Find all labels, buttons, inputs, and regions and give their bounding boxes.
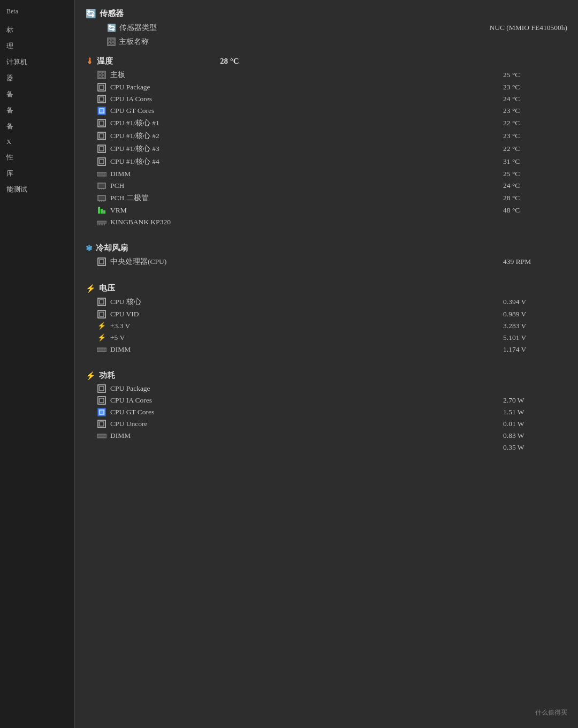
temp-core2-name: CPU #1/核心 #2 <box>110 131 503 141</box>
temp-pch-row: PCH 24 °C <box>86 180 567 192</box>
sidebar-item-bei2[interactable]: 备 <box>0 102 74 118</box>
pwr-cpu-uncore-icon <box>96 420 107 428</box>
svg-rect-64 <box>98 408 105 416</box>
temp-pch-icon <box>96 181 107 190</box>
volt-3v-value: 3.283 V <box>503 322 567 330</box>
sidebar-item-ku[interactable]: 库 <box>0 165 74 181</box>
svg-rect-62 <box>98 397 105 404</box>
temp-core3-value: 22 °C <box>503 145 567 153</box>
sidebar-item-bei3[interactable]: 备 <box>0 118 74 134</box>
volt-cpu-vid-icon <box>96 310 107 318</box>
sidebar-item-x[interactable]: X <box>0 134 74 149</box>
temp-vrm-row: VRM 48 °C <box>86 204 567 216</box>
svg-rect-73 <box>104 434 105 435</box>
sidebar-item-xing[interactable]: 性 <box>0 149 74 165</box>
svg-rect-47 <box>104 223 105 225</box>
sidebar-item-nengceshi[interactable]: 能测试 <box>0 181 74 198</box>
pwr-cpu-package-icon <box>96 384 107 393</box>
volt-dimm-row: DIMM 1.174 V <box>86 344 567 355</box>
temp-core2-icon <box>96 132 107 140</box>
temp-core1-icon <box>96 119 107 127</box>
svg-rect-25 <box>97 172 98 173</box>
pwr-dimm-value: 0.83 W <box>503 431 567 440</box>
temp-cpu-ia-row: CPU IA Cores 24 °C <box>86 93 567 105</box>
sidebar-item-bei1[interactable]: 备 <box>0 86 74 102</box>
temperature-header: 🌡 温度 28 °C <box>86 52 567 69</box>
svg-rect-56 <box>99 347 100 349</box>
svg-rect-18 <box>98 132 105 140</box>
temp-core2-row: CPU #1/核心 #2 23 °C <box>86 130 567 142</box>
sensor-icon: 🔄 <box>86 9 96 19</box>
temp-core3-name: CPU #1/核心 #3 <box>110 144 503 154</box>
svg-rect-9 <box>102 75 104 78</box>
svg-rect-48 <box>98 258 105 266</box>
temp-motherboard-row: 主板 25 °C <box>86 69 567 81</box>
watermark-text: 什么值得买 <box>535 709 567 716</box>
pwr-dimm-name: DIMM <box>110 431 503 440</box>
svg-rect-55 <box>97 347 98 349</box>
svg-rect-2 <box>112 39 114 41</box>
temp-cpu-package-row: CPU Package 23 °C <box>86 81 567 93</box>
svg-rect-59 <box>104 347 105 349</box>
svg-rect-11 <box>100 85 104 89</box>
svg-rect-4 <box>112 42 114 44</box>
pwr-cpu-gt-row: CPU GT Cores 1.51 W <box>86 406 567 418</box>
svg-rect-8 <box>99 75 101 78</box>
temp-pch-diode-value: 28 °C <box>503 194 567 202</box>
svg-rect-19 <box>100 134 104 138</box>
sensor-type-row: 🔄 传感器类型 NUC (MMIO FE410500h) <box>86 21 567 35</box>
voltage-header-label: 电压 <box>99 283 115 293</box>
pwr-cpu-package-row: CPU Package <box>86 383 567 395</box>
svg-rect-63 <box>100 398 104 403</box>
sidebar-item-li[interactable]: 理 <box>0 38 74 54</box>
watermark: 什么值得买 <box>535 708 567 717</box>
temp-core1-name: CPU #1/核心 #1 <box>110 118 503 128</box>
volt-5v-value: 5.101 V <box>503 333 567 342</box>
svg-rect-53 <box>100 312 104 316</box>
fan-cpu-icon <box>96 257 107 266</box>
volt-dimm-icon <box>96 345 107 354</box>
temp-cpu-gt-row: CPU GT Cores 23 °C <box>86 105 567 117</box>
svg-rect-13 <box>100 97 104 101</box>
sensor-header: 🔄 传感器 <box>86 5 567 21</box>
temp-core1-row: CPU #1/核心 #1 22 °C <box>86 117 567 130</box>
svg-rect-66 <box>98 420 105 428</box>
pwr-dimm-icon <box>96 431 107 440</box>
svg-rect-46 <box>102 223 103 225</box>
sensor-type-label: 传感器类型 <box>119 23 489 33</box>
svg-rect-60 <box>98 385 105 392</box>
temperature-header-label: 温度 <box>97 56 113 66</box>
motherboard-icon <box>107 37 116 47</box>
power-icon: ⚡ <box>86 371 96 381</box>
svg-rect-42 <box>97 221 107 223</box>
sidebar-item-biao[interactable]: 标 <box>0 22 74 38</box>
svg-rect-70 <box>99 434 100 435</box>
sensor-type-icon: 🔄 <box>107 24 116 33</box>
temp-cpu-gt-icon <box>96 107 107 115</box>
voltage-icon: ⚡ <box>86 284 96 293</box>
temp-motherboard-value: 25 °C <box>503 71 567 79</box>
motherboard-label: 主板名称 <box>119 37 567 47</box>
temp-core4-name: CPU #1/核心 #4 <box>110 157 503 166</box>
svg-rect-58 <box>102 347 103 349</box>
voltage-header: ⚡ 电压 <box>86 279 567 295</box>
volt-5v-row: ⚡ +5 V 5.101 V <box>86 332 567 344</box>
svg-rect-10 <box>98 84 105 91</box>
pwr-extra-value: 0.35 W <box>503 443 567 452</box>
temp-dimm-icon <box>96 170 107 178</box>
volt-cpu-vid-value: 0.989 V <box>503 310 567 318</box>
temp-dimm-value: 25 °C <box>503 170 567 178</box>
pwr-cpu-gt-icon <box>96 408 107 416</box>
sidebar-item-qi[interactable]: 器 <box>0 70 74 86</box>
svg-rect-30 <box>98 183 105 188</box>
pwr-cpu-package-name: CPU Package <box>110 384 503 393</box>
svg-rect-49 <box>100 260 104 264</box>
pwr-extra-row: 0.35 W <box>86 442 567 453</box>
sidebar-item-jisuanji[interactable]: 计算机 <box>0 54 74 70</box>
temp-cpu-gt-name: CPU GT Cores <box>110 107 503 115</box>
pwr-cpu-ia-row: CPU IA Cores 2.70 W <box>86 395 567 406</box>
temp-dimm-row: DIMM 25 °C <box>86 168 567 180</box>
power-header-label: 功耗 <box>99 370 115 381</box>
fan-section: ❄ 冷却风扇 中央处理器(CPU) 439 RPM <box>86 239 567 268</box>
pwr-cpu-ia-icon <box>96 396 107 405</box>
